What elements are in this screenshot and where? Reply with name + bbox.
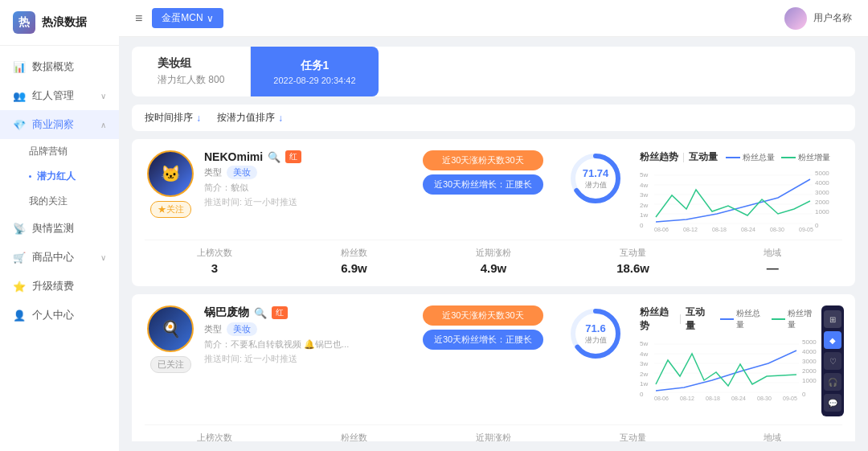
toolbar-btn-5[interactable]: 💬 <box>824 394 841 412</box>
task-tabs: 美妆组 潜力红人数 800 任务1 2022-08-29 20:34:42 <box>132 47 855 96</box>
card-2-top: 🍳 已关注 锅巴废物 🔍 红 类型 <box>145 305 842 416</box>
chart-2-sub-title: 互动量 <box>686 305 712 333</box>
sub-label: 我的关注 <box>29 195 68 207</box>
sidebar-item-business[interactable]: 💎 商业洞察 ∧ <box>0 110 119 139</box>
page-content: 美妆组 潜力红人数 800 任务1 2022-08-29 20:34:42 按时… <box>119 37 868 451</box>
stat-label: 地域 <box>702 432 842 441</box>
stat-label: 上榜次数 <box>145 247 285 259</box>
sub-nav-business: 品牌营销 潜力红人 我的关注 <box>0 139 119 214</box>
follow-button-1[interactable]: ★关注 <box>150 201 191 218</box>
inf-2-name: 锅巴废物 <box>204 305 249 320</box>
card-2-chart: 粉丝趋势 互动量 粉丝总量 <box>640 305 817 416</box>
profile-icon: 👤 <box>13 309 26 322</box>
tab-group-name[interactable]: 美妆组 潜力红人数 800 <box>132 47 251 96</box>
legend-total-2: 粉丝总量 <box>720 308 765 330</box>
card-2-name-row: 锅巴废物 🔍 红 <box>204 305 407 320</box>
svg-text:0: 0 <box>640 222 644 229</box>
card-2-info: 锅巴废物 🔍 红 类型 美妆 简介：不要私自转载视频 🔔锅巴也... 推送时间:… <box>204 305 407 365</box>
sort-value-arrow-icon: ↓ <box>278 113 283 124</box>
svg-text:08-30: 08-30 <box>770 227 784 232</box>
influencer-1-avatar: 🐱 <box>147 150 194 197</box>
sidebar-sub-potential[interactable]: 潜力红人 <box>29 164 119 189</box>
toolbar-btn-4[interactable]: 🎧 <box>824 373 841 391</box>
svg-text:0: 0 <box>640 391 644 398</box>
legend-growth-2: 粉丝增量 <box>772 308 817 330</box>
chevron-down-icon: ∨ <box>100 253 106 262</box>
card-1-type-row: 类型 美妆 <box>204 166 407 179</box>
sidebar-item-products[interactable]: 🛒 商品中心 ∨ <box>0 243 119 272</box>
products-icon: 🛒 <box>13 251 26 264</box>
legend-total-1: 粉丝总量 <box>726 152 775 163</box>
svg-text:1000: 1000 <box>802 377 817 384</box>
svg-text:08-18: 08-18 <box>706 396 720 400</box>
sidebar-item-upgrade[interactable]: ⭐ 升级绩费 <box>0 272 119 301</box>
svg-text:2w: 2w <box>640 371 648 378</box>
monitor-icon: 📡 <box>13 222 26 235</box>
follow-button-2[interactable]: 已关注 <box>150 356 191 373</box>
task-label: 任务1 <box>301 59 330 73</box>
card-1-stats: 上榜次数 3 粉丝数 6.9w 近期涨粉 4.9w 互动量 18.6w <box>145 240 842 275</box>
influencer-icon: 👥 <box>13 89 26 102</box>
inf-1-time: 推送时间: 近一小时推送 <box>204 196 407 208</box>
card-2-type-row: 类型 美妆 <box>204 322 407 336</box>
stat-rank-1: 上榜次数 3 <box>145 247 285 275</box>
card-1-score: 71.74 潜力值 <box>559 150 632 207</box>
inf-2-desc: 简介：不要私自转载视频 🔔锅巴也... <box>204 338 365 351</box>
sidebar-item-overview[interactable]: 📊 数据概览 <box>0 52 119 81</box>
chart-1-header: 粉丝趋势 互动量 粉丝总量 粉丝增量 <box>640 150 842 164</box>
card-1-avatar-section: 🐱 ★关注 <box>145 150 196 218</box>
stat-label: 互动量 <box>563 247 703 259</box>
stat-engagement-1: 互动量 18.6w <box>563 247 703 275</box>
type-tag-2: 美妆 <box>227 322 257 336</box>
stat-value: 6.9w <box>285 261 424 275</box>
legend-line-green <box>781 157 796 158</box>
sort-by-time[interactable]: 按时间排序 ↓ <box>145 111 201 125</box>
svg-text:2w: 2w <box>640 202 648 209</box>
sort-by-value[interactable]: 按潜力值排序 ↓ <box>217 111 283 125</box>
svg-text:4000: 4000 <box>802 348 817 355</box>
group-sub-label: 潜力红人数 800 <box>158 73 224 87</box>
mcn-selector[interactable]: 金蛋MCN ∨ <box>152 8 223 28</box>
sidebar-item-profile[interactable]: 👤 个人中心 <box>0 301 119 330</box>
sidebar-nav: 📊 数据概览 👥 红人管理 ∨ 💎 商业洞察 ∧ 品牌营销 潜力红人 我的关注 <box>0 46 119 451</box>
legend-line-blue <box>726 157 740 158</box>
sidebar: 热 热浪数据 📊 数据概览 👥 红人管理 ∨ 💎 商业洞察 ∧ 品牌营销 潜力红… <box>0 0 119 451</box>
toolbar-btn-2[interactable]: ◆ <box>824 331 841 349</box>
sidebar-sub-following[interactable]: 我的关注 <box>29 189 119 214</box>
stat-label: 互动量 <box>563 432 703 441</box>
toolbar-btn-3[interactable]: ♡ <box>824 352 841 370</box>
pill-2-days: 近30天涨粉天数30天 <box>423 305 543 326</box>
influencer-list: 🐱 ★关注 NEKOmimi 🔍 红 类型 <box>132 139 855 441</box>
stat-value: 3 <box>145 261 285 275</box>
toolbar-btn-1[interactable]: ⊞ <box>824 310 841 328</box>
mcn-label: 金蛋MCN <box>162 11 203 25</box>
stat-value: 4.9w <box>424 261 563 275</box>
sidebar-sub-brand[interactable]: 品牌营销 <box>29 139 119 164</box>
legend-total-label-2: 粉丝总量 <box>736 308 765 330</box>
search-icon-2: 🔍 <box>254 307 267 319</box>
card-1-chart: 粉丝趋势 互动量 粉丝总量 粉丝增量 <box>640 150 842 232</box>
svg-text:08-12: 08-12 <box>680 396 694 400</box>
svg-text:08-06: 08-06 <box>654 227 669 232</box>
sidebar-item-monitor[interactable]: 📡 舆情监测 <box>0 214 119 243</box>
menu-icon[interactable]: ≡ <box>135 11 142 26</box>
header: ≡ 金蛋MCN ∨ 用户名称 <box>119 0 868 37</box>
stat-label: 粉丝数 <box>285 247 424 259</box>
sidebar-item-influencer[interactable]: 👥 红人管理 ∨ <box>0 81 119 110</box>
inf-1-name: NEKOmimi <box>204 150 263 163</box>
legend-growth-label-2: 粉丝增量 <box>788 308 817 330</box>
svg-text:71.74: 71.74 <box>583 167 609 179</box>
chart-1-title: 粉丝趋势 <box>640 150 678 164</box>
card-2-score: 71.6 潜力值 <box>559 305 632 362</box>
svg-text:2000: 2000 <box>802 367 817 375</box>
sort-bar: 按时间排序 ↓ 按潜力值排序 ↓ <box>132 105 855 131</box>
search-icon-1: 🔍 <box>268 151 280 163</box>
svg-text:5w: 5w <box>640 340 648 347</box>
level-badge-1: 红 <box>285 150 301 163</box>
pill-1-days: 近30天涨粉天数30天 <box>423 150 543 170</box>
sub-label: 品牌营销 <box>29 146 68 157</box>
svg-text:5000: 5000 <box>802 338 817 346</box>
group-label: 美妆组 <box>158 56 224 71</box>
tab-task-active[interactable]: 任务1 2022-08-29 20:34:42 <box>251 47 378 96</box>
legend-growth-label-1: 粉丝增量 <box>798 152 830 163</box>
